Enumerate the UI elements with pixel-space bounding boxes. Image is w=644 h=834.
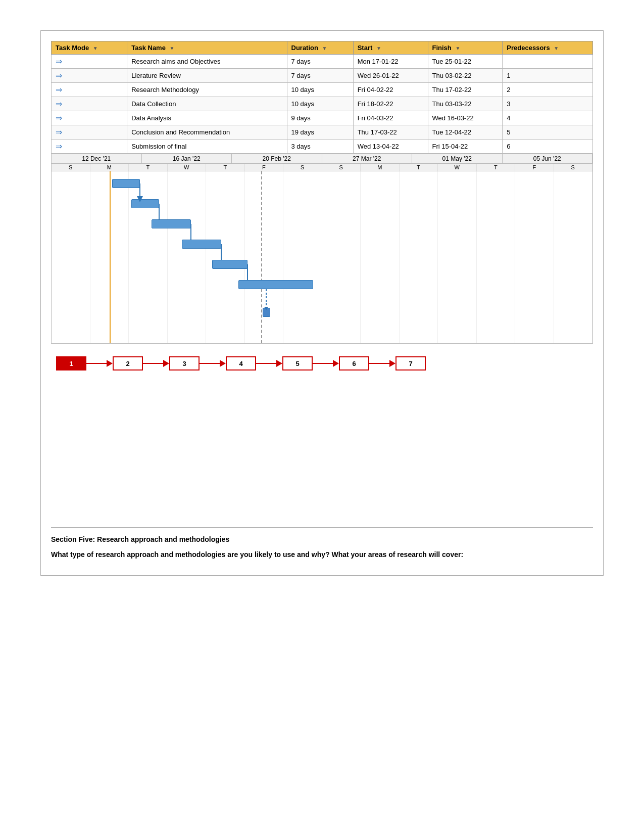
gantt-bar-6 [238,280,313,289]
gantt-day-label: M [361,164,400,171]
task-start-cell: Mon 17-01-22 [353,55,428,69]
col-header-finish: Finish ▼ [428,41,503,55]
task-pred-cell: 2 [503,83,593,97]
network-arrow-head [333,360,339,367]
gantt-day-label: F [515,164,554,171]
gantt-month-label: 16 Jan '22 [142,154,232,163]
table-row: ⇒Conclusion and Recommendation19 daysThu… [52,125,593,140]
task-mode-icon: ⇒ [56,99,62,109]
network-node-5: 5 [282,356,313,370]
task-name-cell: Conclusion and Recommendation [127,125,287,140]
task-mode-cell: ⇒ [52,55,127,69]
task-mode-cell: ⇒ [52,97,127,111]
network-node-3: 3 [169,356,200,370]
network-arrow [256,360,282,367]
table-row: ⇒Submission of final3 daysWed 13-04-22Fr… [52,140,593,154]
gantt-grid-col [129,171,168,343]
gantt-grid-col [283,171,322,343]
network-node-4: 4 [226,356,256,370]
gantt-month-label: 12 Dec '21 [52,154,142,163]
task-name-cell: Research Methodology [127,83,287,97]
task-mode-cell: ⇒ [52,125,127,140]
gantt-month-row: 12 Dec '2116 Jan '2220 Feb '2227 Mar '22… [52,154,592,164]
gantt-bar-3 [152,219,191,228]
network-arrow [143,360,169,367]
task-start-cell: Wed 13-04-22 [353,140,428,154]
gantt-bar-4 [182,240,221,249]
gantt-day-label: T [206,164,245,171]
gantt-grid-col [438,171,477,343]
dashed-marker [261,171,262,343]
col-header-task-mode: Task Mode ▼ [52,41,127,55]
network-arrow-line [256,363,276,364]
gantt-day-label: T [477,164,516,171]
task-duration-cell: 7 days [287,55,353,69]
network-node-6: 6 [339,356,369,370]
table-row: ⇒Research Methodology10 daysFri 04-02-22… [52,83,593,97]
gantt-chart: 12 Dec '2116 Jan '2220 Feb '2227 Mar '22… [51,154,593,344]
network-node-7: 7 [395,356,426,370]
gantt-day-label: S [554,164,593,171]
col-header-duration: Duration ▼ [287,41,353,55]
task-name-cell: Data Analysis [127,111,287,125]
section-divider [51,527,593,528]
network-arrow-head [276,360,282,367]
network-arrow-head [389,360,395,367]
task-start-cell: Wed 26-01-22 [353,69,428,83]
network-arrow-line [369,363,389,364]
col-header-predecessors: Predecessors ▼ [503,41,593,55]
network-diagram: 1234567 [51,349,593,378]
gantt-grid-col [206,171,245,343]
main-container: Task Mode ▼ Task Name ▼ Duration ▼ Start… [40,30,604,576]
network-arrow [86,360,113,367]
gantt-month-label: 27 Mar '22 [322,154,413,163]
task-table: Task Mode ▼ Task Name ▼ Duration ▼ Start… [51,41,593,154]
gantt-grid-col [322,171,361,343]
gantt-grid-col [554,171,593,343]
gantt-bar-1 [112,179,140,188]
task-pred-cell: 1 [503,69,593,83]
task-finish-cell: Wed 16-03-22 [428,111,503,125]
task-pred-cell [503,55,593,69]
task-duration-cell: 10 days [287,97,353,111]
gantt-day-label: M [90,164,129,171]
task-finish-cell: Thu 03-03-22 [428,97,503,111]
gantt-grid-col [168,171,207,343]
network-arrow [200,360,226,367]
network-arrow [313,360,339,367]
gantt-body [52,171,592,343]
network-arrow-line [200,363,220,364]
task-mode-cell: ⇒ [52,140,127,154]
gantt-grid [52,171,592,343]
network-arrow-head [163,360,169,367]
task-mode-cell: ⇒ [52,111,127,125]
task-pred-cell: 3 [503,97,593,111]
task-pred-cell: 5 [503,125,593,140]
network-arrow-line [143,363,163,364]
task-mode-icon: ⇒ [56,71,62,80]
gantt-day-label: T [129,164,168,171]
gantt-grid-col [477,171,516,343]
task-duration-cell: 19 days [287,125,353,140]
task-duration-cell: 10 days [287,83,353,97]
network-arrow-line [86,363,107,364]
gantt-grid-col [52,171,90,343]
task-finish-cell: Fri 15-04-22 [428,140,503,154]
task-mode-icon: ⇒ [56,85,62,95]
gantt-month-label: 01 May '22 [412,154,503,163]
col-header-start: Start ▼ [353,41,428,55]
gantt-day-label: T [400,164,438,171]
gantt-bar-5 [212,260,247,269]
gantt-month-label: 20 Feb '22 [232,154,322,163]
network-node-2: 2 [113,356,143,370]
task-mode-icon: ⇒ [56,127,62,137]
gantt-grid-col [515,171,554,343]
task-finish-cell: Thu 17-02-22 [428,83,503,97]
section-five-title: Section Five: Research approach and meth… [51,535,593,543]
task-duration-cell: 7 days [287,69,353,83]
task-start-cell: Fri 18-02-22 [353,97,428,111]
task-mode-icon: ⇒ [56,142,62,151]
gantt-day-label: S [322,164,361,171]
network-arrow-head [220,360,226,367]
task-mode-icon: ⇒ [56,113,62,123]
